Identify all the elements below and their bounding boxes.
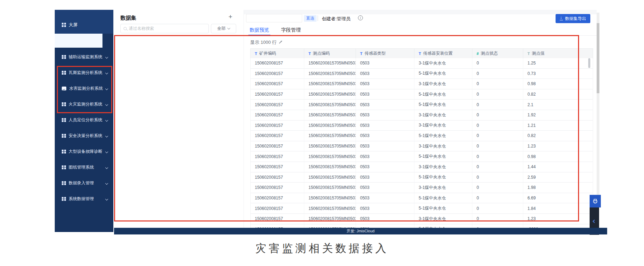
- dataset-export-button[interactable]: 数据集导出: [556, 14, 590, 23]
- cell-install-position: 5-1煤中央水仓: [414, 203, 472, 213]
- cell-sensor-type: 0503: [356, 172, 414, 183]
- cell-point-code: 15060200815705MN050300000...: [304, 79, 356, 89]
- tab[interactable]: 字段管理: [281, 25, 301, 35]
- chevron-down-icon: [105, 118, 108, 121]
- search-placeholder: 通过名称搜索: [129, 26, 154, 32]
- cell-point-code: 15060200815705MN050300000...: [304, 183, 356, 193]
- tab[interactable]: 数据预览: [250, 25, 269, 35]
- cell-point-status: 0: [472, 110, 523, 120]
- cell-point-status: 0: [472, 172, 523, 183]
- chevron-down-icon: [105, 166, 108, 169]
- cell-point-value: 0.82: [523, 131, 593, 141]
- sidebar-item-label: 火灾监测分析系统: [69, 101, 106, 107]
- table-column-header[interactable]: T 传感器安装位置: [414, 49, 472, 58]
- chevron-down-icon: [105, 182, 108, 184]
- cell-sensor-type: 0503: [356, 58, 414, 68]
- grid-icon: [62, 134, 66, 138]
- footer-text: 开发: JmisCloud: [347, 229, 374, 234]
- cell-install-position: 3-1煤中央水仓: [414, 183, 472, 193]
- data-table: T 矿井编码 T 测点编码 T 传感器类型 T 传感器安装位置 # 测点状态 T…: [250, 48, 593, 229]
- cell-install-position: 3-1煤中央水仓: [414, 58, 472, 68]
- column-type-icon: T: [308, 52, 311, 56]
- cell-sensor-type: 0503: [356, 100, 414, 110]
- table-column-header[interactable]: T 传感器类型: [356, 49, 414, 58]
- cell-point-value: 1.84: [523, 203, 593, 213]
- table-column-header[interactable]: T 测点值: [523, 49, 593, 58]
- table-column-header[interactable]: T 矿井编码: [251, 49, 304, 58]
- grid-icon: [62, 23, 66, 27]
- dataset-name-field[interactable]: [246, 14, 302, 22]
- grid-icon: [62, 181, 66, 185]
- table-row: 150602008157 15060200815705MN050300000..…: [251, 151, 593, 162]
- sidebar-item[interactable]: 大型设备故障诊断: [55, 144, 113, 159]
- sidebar-item-label: 水害监测分析系统: [69, 86, 106, 91]
- cell-mine-code: 150602008157: [251, 110, 304, 120]
- cell-sensor-type: 0503: [356, 69, 414, 79]
- table-row: 150602008157 15060200815705MN050300000..…: [251, 110, 593, 121]
- cell-point-status: 0: [472, 121, 523, 131]
- cell-point-status: 0: [472, 58, 523, 68]
- table-scrollbar-thumb[interactable]: [588, 58, 590, 68]
- grid-icon: [62, 165, 66, 170]
- cell-point-code: 15060200815705MN050300000...: [304, 58, 356, 68]
- sidebar-item[interactable]: 安全决策分析系统: [55, 128, 113, 144]
- main-content: 直连 创建者:管理员 i 数据集导出 数据预览字段管理 显示 1000 行 T …: [244, 10, 597, 228]
- cell-install-position: 5-1煤中央水仓: [414, 89, 472, 100]
- chevron-down-icon: [105, 55, 108, 58]
- dataset-panel: 数据集 + 通过名称搜索 全部: [113, 10, 244, 228]
- table-column-header[interactable]: T 测点编码: [304, 49, 356, 58]
- cell-point-status: 0: [472, 131, 523, 141]
- chevron-down-icon: [105, 87, 108, 90]
- row-count-text: 显示 1000 行: [250, 39, 277, 46]
- cell-mine-code: 150602008157: [251, 89, 304, 100]
- sidebar-item[interactable]: 人员定位分析系统: [55, 112, 113, 128]
- cell-install-position: 5-1煤中央水仓: [414, 100, 472, 110]
- table-row: 150602008157 15060200815705MN050300000..…: [251, 131, 593, 141]
- cell-point-code: 15060200815705MN050300000...: [304, 121, 356, 131]
- cell-point-value: 2.59: [523, 172, 593, 183]
- sidebar-item[interactable]: 系统数据管理: [55, 191, 113, 207]
- dataset-filter-dropdown[interactable]: 全部: [211, 24, 236, 33]
- info-icon[interactable]: i: [358, 15, 363, 20]
- dataset-search-input[interactable]: 通过名称搜索: [120, 24, 209, 33]
- sidebar-item[interactable]: 瓦斯监测分析系统: [55, 65, 113, 81]
- table-column-header[interactable]: # 测点状态: [472, 49, 523, 58]
- cell-point-status: 0: [472, 151, 523, 162]
- sidebar-item[interactable]: 水害监测分析系统: [55, 81, 113, 96]
- cell-mine-code: 150602008157: [251, 58, 304, 68]
- cell-sensor-type: 0503: [356, 162, 414, 172]
- sidebar-item[interactable]: 数据录入管理: [55, 175, 113, 191]
- cell-point-value: 0.98: [523, 79, 593, 89]
- panel-title: 数据集: [120, 15, 136, 21]
- chevron-down-icon: [105, 150, 108, 153]
- cell-install-position: 5-1煤中央水仓: [414, 151, 472, 162]
- cell-install-position: 5-1煤中央水仓: [414, 193, 472, 203]
- table-body: 150602008157 15060200815705MN050300000..…: [250, 58, 593, 229]
- cell-sensor-type: 0503: [356, 151, 414, 162]
- grid-icon: [62, 118, 66, 122]
- cell-point-code: 15060200815705MN050300000...: [304, 100, 356, 110]
- cell-sensor-type: 0503: [356, 121, 414, 131]
- column-label: 矿井编码: [259, 50, 276, 56]
- floating-print-button[interactable]: [590, 195, 601, 207]
- cell-sensor-type: 0503: [356, 183, 414, 193]
- edit-icon[interactable]: [279, 41, 281, 43]
- cell-point-status: 0: [472, 203, 523, 213]
- table-row: 150602008157 15060200815705MN050300000..…: [251, 121, 593, 131]
- sidebar-item[interactable]: 火灾监测分析系统: [55, 96, 113, 112]
- add-dataset-button[interactable]: +: [228, 13, 232, 20]
- sidebar-item-selected[interactable]: [55, 34, 102, 48]
- sidebar-item-big-screen[interactable]: 大屏: [62, 20, 78, 29]
- sidebar-item[interactable]: 辅助运输监测系统: [55, 49, 113, 65]
- cell-sensor-type: 0503: [356, 89, 414, 100]
- printer-icon: [592, 198, 598, 204]
- page-scrollbar-thumb[interactable]: [597, 23, 599, 93]
- column-label: 传感器类型: [365, 50, 386, 56]
- cell-sensor-type: 0503: [356, 141, 414, 151]
- cell-mine-code: 150602008157: [251, 203, 304, 213]
- table-row: 150602008157 15060200815705MN050300000..…: [251, 79, 593, 89]
- cell-install-position: 3-1煤中央水仓: [414, 79, 472, 89]
- sidebar-item[interactable]: 图纸管理系统: [55, 159, 113, 175]
- cell-mine-code: 150602008157: [251, 131, 304, 141]
- cell-point-status: 0: [472, 183, 523, 193]
